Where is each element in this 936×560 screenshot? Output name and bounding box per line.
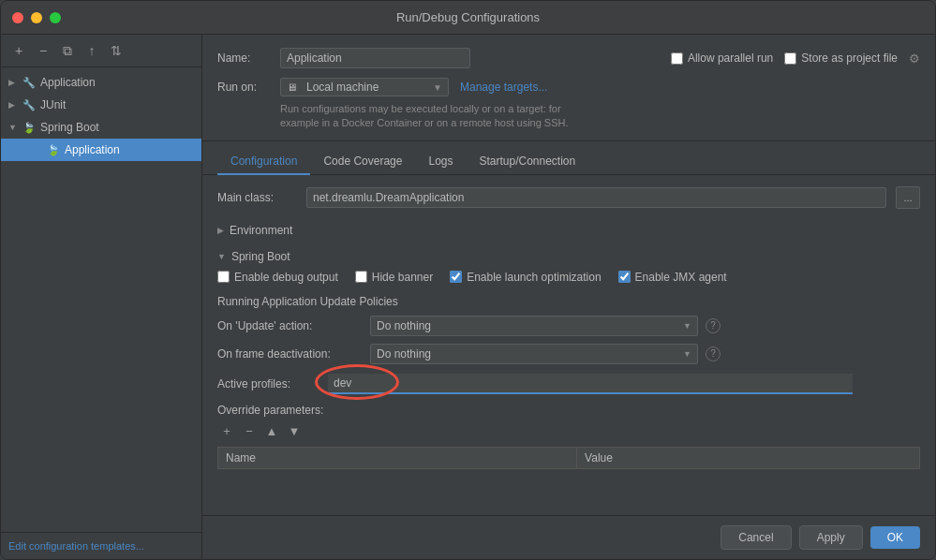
enable-debug-text: Enable debug output xyxy=(234,271,338,284)
config-tree: ▶ 🔧 Application ▶ 🔧 JUnit ▼ 🍃 Spring Boo… xyxy=(1,67,201,532)
sidebar-item-junit-root[interactable]: ▶ 🔧 JUnit xyxy=(1,94,201,116)
run-on-value: Local machine xyxy=(306,81,379,94)
sidebar-item-junit-label: JUnit xyxy=(40,98,66,111)
hide-banner-text: Hide banner xyxy=(372,271,433,284)
active-profiles-label: Active profiles: xyxy=(217,377,320,391)
apply-button[interactable]: Apply xyxy=(799,525,863,550)
enable-jmx-text: Enable JMX agent xyxy=(635,271,727,284)
sidebar-footer: Edit configuration templates... xyxy=(1,532,201,559)
allow-parallel-checkbox-label[interactable]: Allow parallel run xyxy=(671,52,773,65)
name-input[interactable] xyxy=(280,48,470,68)
add-config-button[interactable]: + xyxy=(8,40,29,61)
sidebar-toolbar: + − ⧉ ↑ ⇅ xyxy=(1,35,201,67)
springboot-app-icon: 🍃 xyxy=(46,142,61,157)
copy-config-button[interactable]: ⧉ xyxy=(57,40,78,61)
move-param-down-button[interactable]: ▼ xyxy=(285,422,304,441)
policies-section: Running Application Update Policies On '… xyxy=(217,295,920,364)
update-action-select[interactable]: Do nothing ▼ xyxy=(370,316,698,336)
sidebar-item-application-label: Application xyxy=(40,76,96,89)
remove-config-button[interactable]: − xyxy=(33,40,53,61)
close-button[interactable] xyxy=(12,12,23,23)
window-controls xyxy=(12,12,61,23)
window-title: Run/Debug Configurations xyxy=(396,10,540,24)
enable-jmx-checkbox[interactable] xyxy=(618,271,631,283)
store-as-project-checkbox-label[interactable]: Store as project file xyxy=(784,52,898,65)
spring-boot-section: ▼ Spring Boot Enable debug output Hide b… xyxy=(217,246,920,469)
application-icon: 🔧 xyxy=(22,75,37,90)
environment-section[interactable]: ▶ Environment xyxy=(217,218,920,243)
edit-templates-link[interactable]: Edit configuration templates... xyxy=(8,540,194,552)
run-on-select[interactable]: 🖥 Local machine ▼ xyxy=(280,78,449,96)
remove-param-button[interactable]: − xyxy=(240,422,259,441)
enable-launch-text: Enable launch optimization xyxy=(467,271,601,284)
active-profiles-row: Active profiles: xyxy=(217,374,920,394)
enable-debug-checkbox[interactable] xyxy=(217,271,230,283)
frame-deactivation-select[interactable]: Do nothing ▼ xyxy=(370,344,698,364)
sort-button[interactable]: ⇅ xyxy=(106,40,126,61)
enable-launch-checkbox[interactable] xyxy=(450,271,462,283)
allow-parallel-checkbox[interactable] xyxy=(671,52,683,65)
chevron-right-icon: ▶ xyxy=(8,78,18,87)
junit-icon: 🔧 xyxy=(22,97,37,112)
run-on-hint: Run configurations may be executed local… xyxy=(217,102,920,131)
chevron-down-icon: ▼ xyxy=(8,123,18,132)
add-param-button[interactable]: + xyxy=(217,422,236,441)
gear-icon[interactable]: ⚙ xyxy=(909,52,920,66)
override-params-title: Override parameters: xyxy=(217,404,920,417)
browse-main-class-button[interactable]: ... xyxy=(896,186,920,209)
active-profiles-container xyxy=(328,374,853,394)
spring-boot-label: Spring Boot xyxy=(231,250,290,263)
frame-deactivation-help-icon[interactable]: ? xyxy=(706,346,721,361)
environment-label: Environment xyxy=(230,224,292,237)
override-params-section: Override parameters: + − ▲ ▼ Name Val xyxy=(217,404,920,469)
hide-banner-label[interactable]: Hide banner xyxy=(355,271,433,284)
sidebar-item-springboot-application[interactable]: 🍃 Application xyxy=(1,139,201,161)
bottom-bar: Cancel Apply OK xyxy=(202,515,935,559)
update-action-value: Do nothing xyxy=(377,319,683,332)
enable-launch-label[interactable]: Enable launch optimization xyxy=(450,271,601,284)
enable-jmx-label[interactable]: Enable JMX agent xyxy=(618,271,727,284)
run-on-label: Run on: xyxy=(217,81,269,94)
tab-configuration[interactable]: Configuration xyxy=(217,149,310,175)
active-profiles-input[interactable] xyxy=(328,374,853,394)
springboot-icon: 🍃 xyxy=(22,120,37,135)
tab-content-configuration: Main class: ... ▶ Environment ▼ Spring B… xyxy=(202,175,935,515)
params-toolbar: + − ▲ ▼ xyxy=(217,422,920,441)
main-class-label: Main class: xyxy=(217,191,297,204)
main-class-input[interactable] xyxy=(306,187,886,208)
name-label: Name: xyxy=(217,52,269,65)
store-as-project-checkbox[interactable] xyxy=(784,52,796,65)
move-param-up-button[interactable]: ▲ xyxy=(262,422,281,441)
move-up-button[interactable]: ↑ xyxy=(82,40,102,61)
run-debug-window: Run/Debug Configurations + − ⧉ ↑ ⇅ ▶ 🔧 A… xyxy=(0,0,936,560)
title-bar: Run/Debug Configurations xyxy=(1,1,935,35)
params-name-header: Name xyxy=(218,447,577,468)
dropdown-arrow-icon: ▼ xyxy=(683,349,691,359)
frame-deactivation-label: On frame deactivation: xyxy=(217,347,363,361)
update-action-help-icon[interactable]: ? xyxy=(706,318,721,333)
dropdown-arrow-icon: ▼ xyxy=(683,321,691,331)
cancel-button[interactable]: Cancel xyxy=(721,525,791,550)
spring-boot-section-header[interactable]: ▼ Spring Boot xyxy=(217,246,920,271)
sidebar-item-application-root[interactable]: ▶ 🔧 Application xyxy=(1,71,201,94)
main-layout: + − ⧉ ↑ ⇅ ▶ 🔧 Application ▶ 🔧 JUnit xyxy=(1,35,935,559)
tab-startup-connection[interactable]: Startup/Connection xyxy=(466,149,588,175)
sidebar-item-springboot-root[interactable]: ▼ 🍃 Spring Boot xyxy=(1,116,201,139)
chevron-right-icon: ▶ xyxy=(217,226,224,235)
ok-button[interactable]: OK xyxy=(870,526,920,549)
enable-debug-label[interactable]: Enable debug output xyxy=(217,271,338,284)
dropdown-arrow-icon: ▼ xyxy=(433,82,442,93)
params-table: Name Value xyxy=(217,447,920,469)
hide-banner-checkbox[interactable] xyxy=(355,271,367,283)
policies-title: Running Application Update Policies xyxy=(217,295,920,308)
tab-code-coverage[interactable]: Code Coverage xyxy=(310,149,415,175)
tab-logs[interactable]: Logs xyxy=(415,149,466,175)
minimize-button[interactable] xyxy=(31,12,42,23)
manage-targets-link[interactable]: Manage targets... xyxy=(460,81,547,94)
frame-deactivation-row: On frame deactivation: Do nothing ▼ ? xyxy=(217,344,920,364)
store-as-project-label: Store as project file xyxy=(801,52,898,65)
name-row: Name: Allow parallel run Store as projec… xyxy=(217,48,920,68)
maximize-button[interactable] xyxy=(50,12,61,23)
content-header: Name: Allow parallel run Store as projec… xyxy=(202,35,935,141)
sidebar: + − ⧉ ↑ ⇅ ▶ 🔧 Application ▶ 🔧 JUnit xyxy=(1,35,202,559)
